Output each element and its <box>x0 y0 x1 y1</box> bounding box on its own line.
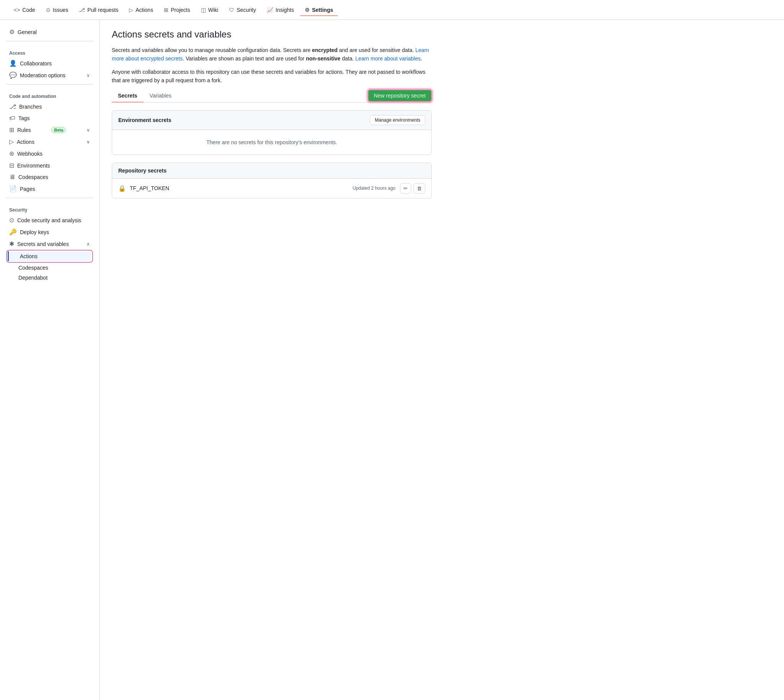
manage-environments-button[interactable]: Manage environments <box>370 115 425 125</box>
sidebar-item-tags[interactable]: 🏷 Tags <box>6 112 93 124</box>
beta-badge: Beta <box>51 127 66 133</box>
env-secrets-header: Environment secrets Manage environments <box>112 110 431 130</box>
code-security-icon: ⊙ <box>9 217 14 224</box>
env-secrets-empty-msg: There are no secrets for this repository… <box>112 130 431 155</box>
environment-secrets-card: Environment secrets Manage environments … <box>112 110 432 155</box>
table-row: 🔒 TF_API_TOKEN Updated 2 hours ago ✏ 🗑 <box>112 178 431 198</box>
actions-icon: ▷ <box>129 7 133 13</box>
secret-updated-time: Updated 2 hours ago <box>353 185 395 191</box>
page-title: Actions secrets and variables <box>112 29 432 40</box>
wiki-icon: ◫ <box>201 7 206 13</box>
description-para2: Anyone with collaborator access to this … <box>112 68 432 85</box>
sidebar-item-moderation[interactable]: 💬 Moderation options ∨ <box>6 69 93 81</box>
nav-settings[interactable]: ⚙ Settings <box>300 4 338 16</box>
deploy-keys-icon: 🔑 <box>9 228 17 236</box>
projects-icon: ⊞ <box>164 7 169 13</box>
rules-icon: ⊞ <box>9 126 14 133</box>
secrets-icon: ✱ <box>9 240 14 247</box>
actions-sub-item-highlight: Actions <box>6 250 93 263</box>
chevron-down-icon-actions: ∨ <box>87 139 90 145</box>
tab-secrets[interactable]: Secrets <box>112 90 144 103</box>
pages-icon: 📄 <box>9 185 17 192</box>
tabs: Secrets Variables <box>112 90 178 102</box>
sidebar-item-code-security[interactable]: ⊙ Code security and analysis <box>6 214 93 226</box>
lock-icon: 🔒 <box>118 185 126 192</box>
nav-code[interactable]: <> Code <box>9 4 40 16</box>
section-access-label: Access <box>6 44 93 57</box>
repo-secrets-body: 🔒 TF_API_TOKEN Updated 2 hours ago ✏ 🗑 <box>112 178 431 198</box>
section-security-label: Security <box>6 201 93 214</box>
nav-insights[interactable]: 📈 Insights <box>262 4 299 16</box>
collaborators-icon: 👤 <box>9 60 17 67</box>
sidebar-item-actions[interactable]: ▷ Actions ∨ <box>6 136 93 148</box>
environments-icon: ⊟ <box>9 162 14 169</box>
layout: ⚙ General Access 👤 Collaborators 💬 Moder… <box>0 20 784 700</box>
chevron-down-icon-rules: ∨ <box>87 127 90 133</box>
env-secrets-title: Environment secrets <box>118 117 172 123</box>
chevron-down-icon: ∨ <box>87 73 90 78</box>
sidebar-item-general[interactable]: ⚙ General <box>6 26 93 38</box>
repo-secrets-title: Repository secrets <box>118 168 167 174</box>
sidebar-subitem-dependabot[interactable]: Dependabot <box>6 273 93 283</box>
nav-actions[interactable]: ▷ Actions <box>124 4 158 16</box>
sidebar-item-webhooks[interactable]: ⊛ Webhooks <box>6 148 93 160</box>
env-secrets-body: There are no secrets for this repository… <box>112 130 431 155</box>
repository-secrets-card: Repository secrets 🔒 TF_API_TOKEN Update… <box>112 163 432 198</box>
secret-name: TF_API_TOKEN <box>130 185 353 191</box>
nav-security[interactable]: 🛡 Security <box>224 4 261 16</box>
sidebar-subitem-codespaces[interactable]: Codespaces <box>6 263 93 273</box>
delete-secret-button[interactable]: 🗑 <box>413 183 425 193</box>
sidebar-item-rules[interactable]: ⊞ Rules Beta ∨ <box>6 124 93 136</box>
main-content: Actions secrets and variables Secrets an… <box>100 20 444 700</box>
divider-access <box>6 41 93 41</box>
nav-wiki[interactable]: ◫ Wiki <box>196 4 223 16</box>
pr-icon: ⎇ <box>79 7 85 13</box>
nav-issues[interactable]: ⊙ Issues <box>41 4 73 16</box>
sidebar-subitem-actions[interactable]: Actions <box>8 251 92 261</box>
code-icon: <> <box>14 7 20 13</box>
section-code-label: Code and automation <box>6 88 93 101</box>
branches-icon: ⎇ <box>9 103 16 110</box>
codespaces-icon: 🖥 <box>9 174 15 180</box>
sidebar-item-codespaces[interactable]: 🖥 Codespaces <box>6 172 93 183</box>
chevron-up-icon: ∧ <box>87 242 90 247</box>
issues-icon: ⊙ <box>46 7 50 13</box>
new-repository-secret-button[interactable]: New repository secret <box>368 90 432 102</box>
settings-icon: ⚙ <box>305 7 310 13</box>
secret-action-buttons: ✏ 🗑 <box>400 183 425 193</box>
sidebar-item-deploy-keys[interactable]: 🔑 Deploy keys <box>6 226 93 238</box>
sidebar-item-pages[interactable]: 📄 Pages <box>6 183 93 195</box>
edit-secret-button[interactable]: ✏ <box>400 183 411 193</box>
tabs-row: Secrets Variables New repository secret <box>112 90 432 103</box>
general-icon: ⚙ <box>9 28 15 35</box>
webhooks-icon: ⊛ <box>9 150 14 157</box>
tags-icon: 🏷 <box>9 115 15 122</box>
sidebar-item-environments[interactable]: ⊟ Environments <box>6 160 93 172</box>
sidebar-item-collaborators[interactable]: 👤 Collaborators <box>6 57 93 69</box>
description-para1: Secrets and variables allow you to manag… <box>112 46 432 63</box>
top-navigation: <> Code ⊙ Issues ⎇ Pull requests ▷ Actio… <box>0 0 784 20</box>
tab-variables[interactable]: Variables <box>144 90 178 103</box>
divider-code <box>6 84 93 85</box>
sidebar-item-branches[interactable]: ⎇ Branches <box>6 101 93 112</box>
insights-icon: 📈 <box>267 7 273 13</box>
moderation-icon: 💬 <box>9 72 17 79</box>
security-icon: 🛡 <box>229 7 234 13</box>
divider-security <box>6 198 93 198</box>
actions-sidebar-icon: ▷ <box>9 138 14 145</box>
nav-pull-requests[interactable]: ⎇ Pull requests <box>74 4 123 16</box>
sidebar-item-secrets-variables[interactable]: ✱ Secrets and variables ∧ <box>6 238 93 250</box>
link-variables[interactable]: Learn more about variables <box>355 55 420 62</box>
nav-projects[interactable]: ⊞ Projects <box>159 4 195 16</box>
sidebar: ⚙ General Access 👤 Collaborators 💬 Moder… <box>0 20 100 700</box>
repo-secrets-header: Repository secrets <box>112 163 431 178</box>
